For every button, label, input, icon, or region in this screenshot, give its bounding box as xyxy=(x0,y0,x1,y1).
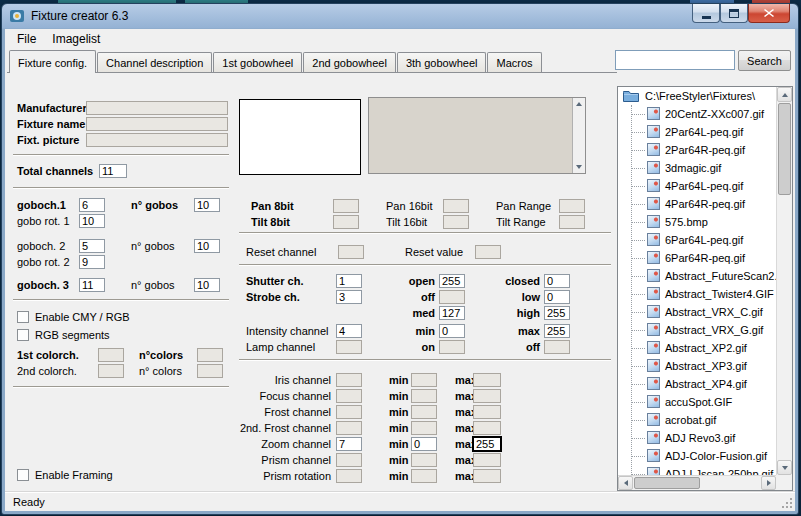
gobo1-channel-input[interactable]: 6 xyxy=(79,198,105,212)
scroll-up-button[interactable] xyxy=(777,87,792,102)
gobo3-count-input[interactable]: 10 xyxy=(194,278,220,292)
tab-3th-gobowheel[interactable]: 3th gobowheel xyxy=(397,52,487,72)
tab-2nd-gobowheel[interactable]: 2nd gobowheel xyxy=(303,52,396,72)
file-item[interactable]: 4Par64R-peq.gif xyxy=(618,195,776,213)
color1-channel-input[interactable] xyxy=(98,348,124,362)
tab-1st-gobowheel[interactable]: 1st gobowheel xyxy=(213,52,302,72)
reset-value-input[interactable] xyxy=(475,245,501,259)
intensity-input[interactable]: 4 xyxy=(336,324,362,338)
gobo3-channel-input[interactable]: 11 xyxy=(79,278,105,292)
pan16-input[interactable] xyxy=(443,199,469,213)
max-input[interactable] xyxy=(473,421,501,435)
channel-input[interactable] xyxy=(336,469,362,483)
lamp-off-input[interactable] xyxy=(544,340,570,354)
closed-input[interactable]: 0 xyxy=(544,274,570,288)
low-input[interactable]: 0 xyxy=(544,290,570,304)
scroll-left-button[interactable] xyxy=(618,476,633,490)
gobo2-channel-input[interactable]: 5 xyxy=(79,239,105,253)
channel-input[interactable] xyxy=(336,373,362,387)
file-item[interactable]: 575.bmp xyxy=(618,213,776,231)
horizontal-scroll-thumb[interactable] xyxy=(634,477,700,489)
menu-imagelist[interactable]: Imagelist xyxy=(44,29,108,49)
min-input[interactable] xyxy=(411,389,437,403)
horizontal-scrollbar[interactable] xyxy=(618,475,776,490)
file-item[interactable]: Abstract_Twister4.GIF xyxy=(618,285,776,303)
file-item[interactable]: 2Par64L-peq.gif xyxy=(618,123,776,141)
menu-file[interactable]: File xyxy=(9,29,44,49)
channel-input[interactable] xyxy=(336,389,362,403)
color2-count-input[interactable] xyxy=(197,364,223,378)
color1-count-input[interactable] xyxy=(197,348,223,362)
high-input[interactable]: 255 xyxy=(544,306,570,320)
channel-input[interactable] xyxy=(336,421,362,435)
zoom-channel-input[interactable]: 7 xyxy=(336,437,362,451)
file-item[interactable]: 4Par64L-peq.gif xyxy=(618,177,776,195)
file-item[interactable]: 6Par64L-peq.gif xyxy=(618,231,776,249)
gobo-rot1-input[interactable]: 10 xyxy=(79,214,105,228)
scroll-right-button[interactable] xyxy=(761,476,776,490)
gobo-rot2-input[interactable]: 9 xyxy=(79,255,105,269)
file-item[interactable]: ADJ-Color-Fusion.gif xyxy=(618,447,776,465)
titlebar[interactable]: Fixture creator 6.3 xyxy=(9,6,790,28)
min-input[interactable] xyxy=(411,421,437,435)
pan-range-input[interactable] xyxy=(559,199,585,213)
maximize-button[interactable] xyxy=(720,4,748,23)
tab-channel-description[interactable]: Channel description xyxy=(97,52,212,72)
fixt-picture-field[interactable] xyxy=(86,133,228,147)
shutter-input[interactable]: 1 xyxy=(336,274,362,288)
tilt-range-input[interactable] xyxy=(559,215,585,229)
total-channels-input[interactable]: 11 xyxy=(99,164,127,178)
min-input[interactable] xyxy=(411,373,437,387)
minimize-button[interactable] xyxy=(692,4,720,23)
vertical-scrollbar[interactable] xyxy=(776,87,792,475)
zoom-min-input[interactable]: 0 xyxy=(411,437,437,451)
min-input[interactable] xyxy=(411,453,437,467)
file-item[interactable]: acrobat.gif xyxy=(618,411,776,429)
scroll-down-button[interactable] xyxy=(777,460,792,475)
file-item[interactable]: accuSpot.GIF xyxy=(618,393,776,411)
strobe-input[interactable]: 3 xyxy=(336,290,362,304)
med-input[interactable]: 127 xyxy=(439,306,465,320)
file-item[interactable]: Abstract_FutureScan2... xyxy=(618,267,776,285)
min-input[interactable] xyxy=(411,469,437,483)
tab-macros[interactable]: Macros xyxy=(487,52,541,72)
file-item[interactable]: ADJ-LJscan-250hp.gif xyxy=(618,465,776,475)
file-item[interactable]: 3dmagic.gif xyxy=(618,159,776,177)
color2-channel-input[interactable] xyxy=(98,364,124,378)
max-input[interactable] xyxy=(473,469,501,483)
manufacturer-field[interactable] xyxy=(86,101,228,115)
resize-grip[interactable] xyxy=(781,497,793,509)
max-input[interactable] xyxy=(473,405,501,419)
intensity-max-input[interactable]: 255 xyxy=(544,324,570,338)
tilt16-input[interactable] xyxy=(443,215,469,229)
lamp-input[interactable] xyxy=(336,340,362,354)
vertical-scroll-thumb[interactable] xyxy=(778,103,791,195)
rgb-segments-checkbox[interactable] xyxy=(17,329,29,341)
reset-channel-input[interactable] xyxy=(338,245,364,259)
fixture-name-field[interactable] xyxy=(86,117,228,131)
tab-fixture-config[interactable]: Fixture config. xyxy=(9,50,96,73)
close-button[interactable] xyxy=(748,4,790,23)
intensity-min-input[interactable]: 0 xyxy=(439,324,465,338)
min-input[interactable] xyxy=(411,405,437,419)
pan8-input[interactable] xyxy=(333,199,359,213)
search-input[interactable] xyxy=(615,50,735,70)
gobo2-count-input[interactable]: 10 xyxy=(194,239,220,253)
file-item[interactable]: 2Par64R-peq.gif xyxy=(618,141,776,159)
file-item[interactable]: Abstract_VRX_C.gif xyxy=(618,303,776,321)
gobo1-count-input[interactable]: 10 xyxy=(194,198,220,212)
tilt8-input[interactable] xyxy=(333,215,359,229)
channel-input[interactable] xyxy=(336,405,362,419)
zoom-max-input[interactable]: 255 xyxy=(473,437,501,451)
file-tree-root[interactable]: C:\FreeStyler\Fixtures\ xyxy=(618,87,792,105)
file-item[interactable]: Abstract_XP3.gif xyxy=(618,357,776,375)
file-item[interactable]: 6Par64R-peq.gif xyxy=(618,249,776,267)
enable-framing-checkbox[interactable] xyxy=(17,469,29,481)
enable-cmy-checkbox[interactable] xyxy=(17,311,29,323)
file-item[interactable]: Abstract_VRX_G.gif xyxy=(618,321,776,339)
max-input[interactable] xyxy=(473,453,501,467)
search-button[interactable]: Search xyxy=(738,50,791,71)
file-item[interactable]: Abstract_XP4.gif xyxy=(618,375,776,393)
max-input[interactable] xyxy=(473,389,501,403)
file-item[interactable]: 20CentZ-XXc007.gif xyxy=(618,105,776,123)
